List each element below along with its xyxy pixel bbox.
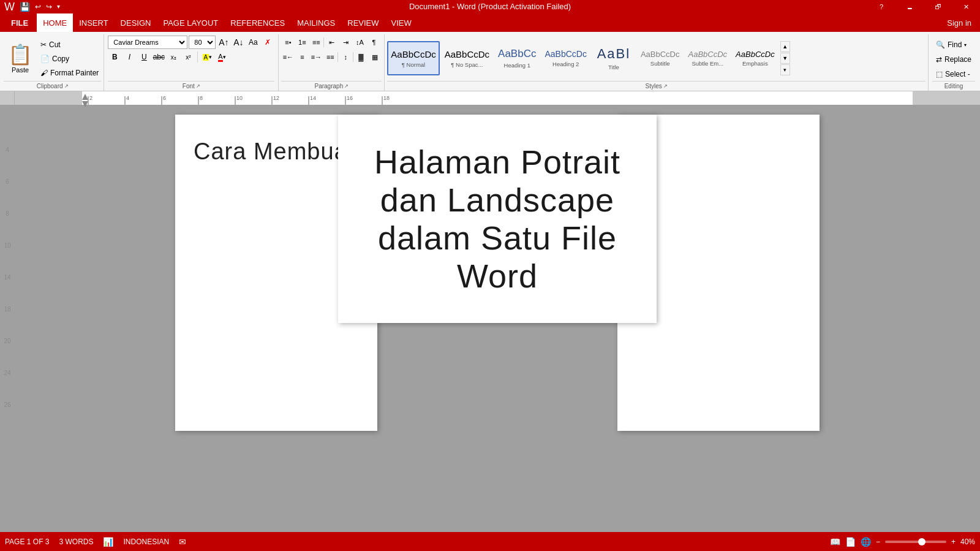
status-right: 📖 📄 🌐 − + 40%: [830, 537, 975, 547]
style-heading2[interactable]: AaBbCcDc Heading 2: [541, 41, 590, 75]
menu-home[interactable]: HOME: [37, 13, 73, 32]
svg-text:18: 18: [383, 95, 390, 101]
align-center-button[interactable]: ≡: [295, 50, 309, 64]
line-spacing-button[interactable]: ↕: [339, 50, 352, 64]
font-expand-icon[interactable]: ↗: [196, 83, 200, 89]
font-color-button[interactable]: A▾: [215, 50, 228, 64]
cut-button[interactable]: ✂ Cut: [38, 38, 101, 51]
print-layout-icon[interactable]: 📄: [845, 537, 856, 547]
minimize-button[interactable]: 🗕: [895, 0, 924, 13]
style-emphasis[interactable]: AaBbCcDc Emphasis: [732, 41, 778, 75]
style-nospace[interactable]: AaBbCcDc ¶ No Spac...: [441, 41, 493, 75]
styles-more-button[interactable]: ▾: [780, 64, 790, 75]
track-changes-icon[interactable]: 📊: [103, 537, 113, 547]
align-right-button[interactable]: ≡→: [309, 50, 323, 64]
find-button[interactable]: 🔍 Find ▾: [932, 38, 975, 51]
font-name-select[interactable]: Caviar Dreams: [108, 36, 187, 49]
customize-icon[interactable]: ▾: [55, 0, 62, 13]
zoom-in-btn[interactable]: +: [951, 538, 956, 546]
show-formatting-button[interactable]: ¶: [367, 36, 380, 49]
clipboard-group: 📋 Paste ✂ Cut 📄 Copy 🖌 Format Painter: [1, 34, 104, 91]
zoom-slider[interactable]: [885, 541, 946, 543]
indent-left-top[interactable]: [82, 91, 88, 97]
bold-button[interactable]: B: [108, 50, 121, 64]
increase-indent-button[interactable]: ⇥: [339, 36, 352, 49]
word-count[interactable]: 3 WORDS: [59, 538, 93, 546]
spell-check-icon[interactable]: ✉: [179, 537, 186, 547]
text-highlight-button[interactable]: A▾: [200, 50, 214, 64]
clipboard-content: 📋 Paste ✂ Cut 📄 Copy 🖌 Format Painter: [4, 36, 101, 81]
menu-file[interactable]: FILE: [2, 13, 37, 32]
decrease-indent-button[interactable]: ⇤: [325, 36, 338, 49]
clear-formatting-button[interactable]: ✗: [261, 36, 274, 49]
paste-label: Paste: [12, 66, 29, 74]
strikethrough-button[interactable]: abc: [152, 50, 165, 64]
align-left-button[interactable]: ≡←: [281, 50, 295, 64]
style-subtle-emphasis[interactable]: AaBbCcDc Subtle Em...: [685, 41, 731, 75]
menu-insert[interactable]: INSERT: [73, 13, 114, 32]
paste-button[interactable]: 📋 Paste: [4, 36, 37, 81]
subscript-button[interactable]: x₂: [167, 50, 180, 64]
style-subtitle-text: AaBbCcDc: [641, 50, 680, 59]
indent-left-bottom[interactable]: [82, 99, 88, 105]
read-mode-icon[interactable]: 📖: [830, 537, 840, 547]
justify-button[interactable]: ≡≡: [323, 50, 337, 64]
help-button[interactable]: ?: [867, 0, 895, 13]
sort-button[interactable]: ↕A: [353, 36, 366, 49]
styles-expand-icon[interactable]: ↗: [663, 83, 668, 89]
shading-button[interactable]: ▓: [354, 50, 368, 64]
close-button[interactable]: ✕: [952, 0, 980, 13]
ribbon: 📋 Paste ✂ Cut 📄 Copy 🖌 Format Painter: [0, 32, 980, 91]
web-layout-icon[interactable]: 🌐: [861, 537, 871, 547]
zoom-out-btn[interactable]: −: [876, 538, 880, 546]
superscript-button[interactable]: x²: [181, 50, 195, 64]
style-title[interactable]: AaBl Title: [592, 41, 636, 75]
copy-button[interactable]: 📄 Copy: [38, 52, 101, 66]
menu-view[interactable]: VIEW: [385, 13, 418, 32]
save-icon[interactable]: 💾: [18, 0, 32, 13]
italic-button[interactable]: I: [123, 50, 136, 64]
svg-text:4: 4: [126, 95, 129, 101]
font-size-select[interactable]: 80: [189, 36, 216, 49]
underline-button[interactable]: U: [137, 50, 151, 64]
menu-mailings[interactable]: MAILINGS: [291, 13, 341, 32]
format-painter-button[interactable]: 🖌 Format Painter: [38, 66, 101, 80]
svg-text:12: 12: [273, 95, 279, 101]
menu-design[interactable]: DESIGN: [115, 13, 157, 32]
zoom-level[interactable]: 40%: [960, 538, 975, 546]
title-bar-left: W 💾 ↩ ↪ ▾: [0, 0, 62, 13]
sign-in[interactable]: Sign in: [941, 18, 978, 28]
menu-page-layout[interactable]: PAGE LAYOUT: [157, 13, 224, 32]
zoom-thumb: [918, 538, 925, 545]
font-shrink-button[interactable]: A↓: [232, 36, 245, 49]
borders-button[interactable]: ▦: [368, 50, 382, 64]
landscape-line2: Halaman Potrait dan Landscape: [350, 143, 644, 219]
menu-review[interactable]: REVIEW: [341, 13, 385, 32]
redo-icon[interactable]: ↪: [44, 0, 54, 13]
style-subtitle[interactable]: AaBbCcDc Subtitle: [637, 41, 684, 75]
style-heading1[interactable]: AaBbCc Heading 1: [494, 41, 540, 75]
clipboard-expand-icon[interactable]: ↗: [64, 83, 69, 89]
para-expand-icon[interactable]: ↗: [344, 83, 349, 89]
select-button[interactable]: ⬚ Select -: [932, 67, 975, 81]
styles-scroll-down[interactable]: ▼: [780, 53, 790, 64]
page-indicator[interactable]: PAGE 1 OF 3: [5, 538, 49, 546]
undo-icon[interactable]: ↩: [33, 0, 43, 13]
sep: [337, 52, 338, 62]
word-icon[interactable]: W: [2, 0, 17, 13]
style-normal[interactable]: AaBbCcDc ¶ Normal: [387, 41, 439, 75]
language-indicator[interactable]: INDONESIAN: [123, 538, 169, 546]
menu-references[interactable]: REFERENCES: [224, 13, 291, 32]
replace-button[interactable]: ⇄ Replace: [932, 53, 975, 66]
font-case-button[interactable]: Aa: [246, 36, 260, 49]
ruler-corner: [0, 91, 15, 105]
svg-text:10: 10: [236, 95, 243, 101]
svg-text:14: 14: [310, 95, 316, 101]
restore-button[interactable]: 🗗: [924, 0, 952, 13]
multilevel-button[interactable]: ≡≡: [309, 36, 323, 49]
styles-scroll-up[interactable]: ▲: [780, 41, 790, 52]
bullets-button[interactable]: ≡•: [281, 36, 295, 49]
numbering-button[interactable]: 1≡: [295, 36, 309, 49]
font-grow-button[interactable]: A↑: [217, 36, 230, 49]
editing-group: 🔍 Find ▾ ⇄ Replace ⬚ Select - Editing: [929, 34, 979, 91]
